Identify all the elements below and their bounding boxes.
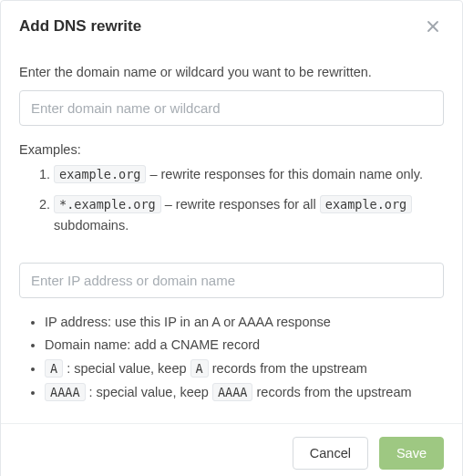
domain-input[interactable] [19, 90, 444, 126]
note-text-after: records from the upstream [209, 361, 367, 376]
note-item: AAAA : special value, keep AAAA records … [45, 383, 444, 403]
example-item: *.example.org – rewrite responses for al… [54, 194, 444, 236]
note-code-2: A [190, 359, 209, 378]
close-icon [426, 19, 440, 34]
lead-text: Enter the domain name or wildcard you wa… [19, 65, 444, 79]
example-text: rewrite responses for this domain name o… [161, 167, 423, 181]
notes-list: IP address: use this IP in an A or AAAA … [19, 313, 444, 403]
note-text: IP address: use this IP in an A or AAAA … [45, 315, 331, 329]
example-dash: – [161, 197, 176, 212]
add-dns-rewrite-modal: Add DNS rewrite Enter the domain name or… [0, 0, 463, 476]
close-button[interactable] [422, 16, 444, 37]
note-text-after: records from the upstream [252, 385, 411, 399]
modal-body: Enter the domain name or wildcard you wa… [1, 41, 462, 423]
note-item: Domain name: add a CNAME record [45, 336, 444, 356]
example-dash: – [146, 167, 160, 181]
note-item: A : special value, keep A records from t… [45, 359, 444, 379]
modal-title: Add DNS rewrite [19, 17, 141, 36]
note-code: AAAA [45, 383, 86, 401]
modal-footer: Cancel Save [1, 423, 462, 476]
note-code: A [45, 359, 63, 378]
answer-input[interactable] [19, 263, 444, 298]
examples-list: example.org – rewrite responses for this… [19, 164, 444, 237]
note-text: Domain name: add a CNAME record [45, 337, 260, 352]
example-code-2: example.org [320, 195, 412, 213]
example-text: rewrite responses for all [176, 197, 320, 212]
save-button[interactable]: Save [379, 437, 444, 470]
note-text: : special value, keep [86, 385, 212, 399]
examples-label: Examples: [19, 142, 444, 157]
cancel-button[interactable]: Cancel [293, 437, 368, 470]
note-item: IP address: use this IP in an A or AAAA … [45, 313, 444, 333]
example-item: example.org – rewrite responses for this… [54, 164, 444, 185]
modal-header: Add DNS rewrite [1, 1, 462, 41]
example-code: *.example.org [54, 195, 161, 213]
note-text: : special value, keep [63, 361, 190, 376]
note-code-2: AAAA [212, 383, 253, 401]
example-text-2: subdomains. [54, 218, 129, 233]
example-code: example.org [54, 165, 146, 183]
